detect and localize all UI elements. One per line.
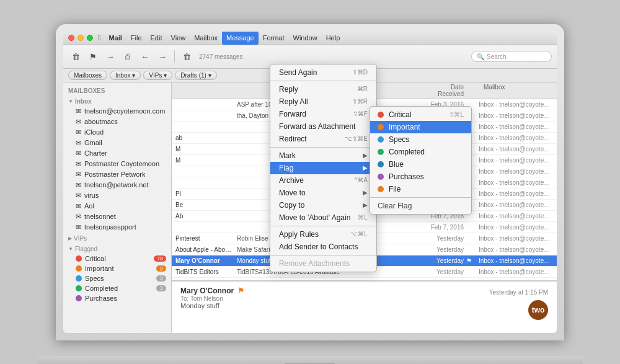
flag-file-item[interactable]: File xyxy=(370,183,471,195)
laptop-base xyxy=(37,356,583,365)
menu-reply[interactable]: Reply ⌘R xyxy=(270,83,376,95)
move-to-arrow: ▶ xyxy=(363,189,368,196)
mail-app:  Mail File Edit View xyxy=(63,32,557,333)
clear-flag-label: Clear Flag xyxy=(378,202,412,210)
menu-apply-rules[interactable]: Apply Rules ⌥⌘L xyxy=(270,228,376,241)
menu-add-sender[interactable]: Add Sender to Contacts xyxy=(270,241,376,253)
flag-specs-dot xyxy=(378,136,384,143)
menu-archive[interactable]: Archive ^⌘A xyxy=(270,174,376,187)
flag-file-dot xyxy=(378,186,384,192)
menu-copy-to[interactable]: Copy to ▶ xyxy=(270,199,376,211)
flag-completed-dot xyxy=(378,149,384,155)
menu-sep-3 xyxy=(270,226,376,226)
menu-redirect[interactable]: Redirect ⌥⇧⌘E xyxy=(270,133,376,145)
flag-blue-item[interactable]: Blue xyxy=(370,158,471,171)
menu-sep-1 xyxy=(270,81,376,81)
flag-specs-item[interactable]: Specs xyxy=(370,133,471,146)
screen:  Mail File Edit View xyxy=(63,32,557,333)
copy-to-arrow: ▶ xyxy=(363,202,368,208)
flag-purchases-dot xyxy=(378,174,384,180)
flag-submenu: Critical ⇧⌘L Important Specs xyxy=(370,106,472,215)
menu-send-again[interactable]: Send Again ⇧⌘D xyxy=(270,66,376,79)
laptop-body:  Mail File Edit View xyxy=(56,24,564,340)
message-dropdown-menu: Send Again ⇧⌘D Reply ⌘R Reply All ⇧⌘R xyxy=(270,64,377,272)
flag-sep xyxy=(370,197,471,198)
menu-move-about[interactable]: Move to 'About' Again ⌘L xyxy=(270,211,376,224)
menu-forward-attachment[interactable]: Forward as Attachment xyxy=(270,120,376,133)
flag-clear-item[interactable]: Clear Flag xyxy=(370,200,471,212)
flag-blue-dot xyxy=(378,161,384,167)
menu-remove-attachments: Remove Attachments xyxy=(270,257,376,270)
flag-purchases-item[interactable]: Purchases xyxy=(370,171,471,183)
menu-sep-4 xyxy=(270,255,376,255)
flag-critical-item[interactable]: Critical ⇧⌘L xyxy=(370,109,471,121)
mark-submenu-arrow: ▶ xyxy=(363,152,368,159)
menu-forward[interactable]: Forward ⇧⌘F xyxy=(270,108,376,120)
flag-important-item[interactable]: Important xyxy=(370,121,471,133)
flag-completed-item[interactable]: Completed xyxy=(370,146,471,158)
flag-important-dot xyxy=(378,124,384,130)
menu-sep-2 xyxy=(270,147,376,148)
menu-overlay: Send Again ⇧⌘D Reply ⌘R Reply All ⇧⌘R xyxy=(63,32,557,333)
menu-reply-all[interactable]: Reply All ⇧⌘R xyxy=(270,95,376,108)
laptop-wrapper:  Mail File Edit View xyxy=(31,9,589,356)
menu-flag[interactable]: Flag ▶ xyxy=(270,162,376,174)
flag-critical-dot xyxy=(378,112,384,118)
flag-submenu-arrow: ▶ xyxy=(363,164,368,171)
menu-mark[interactable]: Mark ▶ xyxy=(270,149,376,162)
menu-move-to[interactable]: Move to ▶ xyxy=(270,187,376,199)
